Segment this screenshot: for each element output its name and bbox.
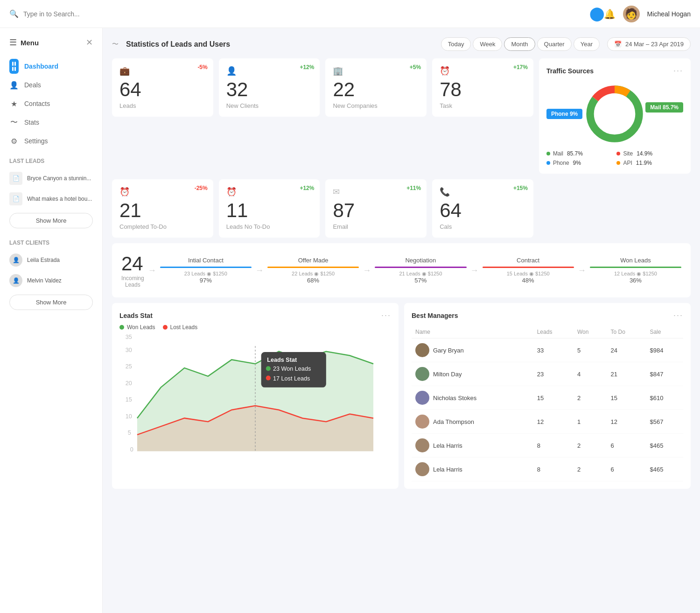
pipeline-stage-name-4: Won Leads bbox=[590, 257, 681, 264]
traffic-more-button[interactable]: ··· bbox=[673, 66, 683, 76]
pipeline-stage-name-3: Contract bbox=[483, 257, 574, 264]
stat-icon-leads: 💼 bbox=[119, 66, 206, 76]
legend-dot-mail bbox=[546, 152, 550, 155]
app-logo: ⬤ bbox=[589, 6, 604, 21]
client-item-1[interactable]: 👤 Leila Estrada bbox=[0, 250, 102, 270]
client-item-2[interactable]: 👤 Melvin Valdez bbox=[0, 270, 102, 291]
manager-name-0: Gary Bryan bbox=[433, 347, 464, 354]
legend-value-api: 11.9% bbox=[636, 160, 652, 166]
manager-todo-5: 6 bbox=[607, 458, 646, 481]
pipeline-arrow-3: → bbox=[470, 266, 479, 275]
legend-label-mail: Mail bbox=[553, 150, 563, 157]
pipeline-incoming-num: 24 bbox=[121, 253, 144, 275]
manager-sale-4: $465 bbox=[646, 434, 683, 458]
stat-value-cals: 64 bbox=[440, 201, 526, 220]
filter-tab-quarter[interactable]: Quarter bbox=[537, 37, 572, 51]
sidebar-item-stats[interactable]: 〜 Stats bbox=[0, 113, 102, 132]
close-icon[interactable]: ✕ bbox=[86, 37, 93, 48]
manager-name-cell-1: Milton Day bbox=[412, 362, 533, 386]
deals-icon: 👤 bbox=[9, 80, 19, 90]
stat-card-cals: +15% 📞 64 Cals bbox=[432, 179, 533, 238]
manager-sale-1: $847 bbox=[646, 362, 683, 386]
manager-won-0: 5 bbox=[574, 338, 607, 362]
stat-label-leads: Leads bbox=[119, 102, 206, 109]
manager-name-cell-4: Lela Harris bbox=[412, 434, 533, 458]
pipeline-stage-negotiation: Negotiation 21 Leads ◉ $1250 57% bbox=[375, 257, 466, 284]
legend-dot-won bbox=[119, 325, 124, 330]
last-clients-title: Last Clients bbox=[0, 232, 102, 250]
sidebar-item-settings[interactable]: ⚙ Settings bbox=[0, 132, 102, 150]
lead-item-2[interactable]: 📄 What makes a hotel bou... bbox=[0, 189, 102, 209]
settings-icon: ⚙ bbox=[9, 136, 19, 146]
pipeline-incoming-label: IncomingLeads bbox=[121, 275, 144, 288]
svg-text:10: 10 bbox=[126, 413, 132, 420]
pipeline-bar-1 bbox=[267, 267, 359, 268]
legend-value-mail: 85.7% bbox=[567, 150, 583, 157]
sidebar-item-label-stats: Stats bbox=[24, 119, 39, 126]
manager-todo-0: 24 bbox=[607, 338, 646, 362]
filter-tab-week[interactable]: Week bbox=[473, 37, 502, 51]
search-icon: 🔍 bbox=[9, 9, 19, 18]
sidebar-item-label-dashboard: Dashboard bbox=[24, 63, 58, 70]
show-more-clients-button[interactable]: Show More bbox=[9, 295, 93, 310]
svg-text:15: 15 bbox=[126, 396, 132, 403]
manager-name-cell-2: Nicholas Stokes bbox=[412, 386, 533, 410]
sidebar-item-deals[interactable]: 👤 Deals bbox=[0, 76, 102, 94]
contacts-icon: ★ bbox=[9, 99, 19, 108]
lead-icon-2: 📄 bbox=[9, 192, 22, 205]
stat-label-email: Email bbox=[333, 223, 419, 230]
pipeline-arrow-4: → bbox=[578, 266, 586, 275]
user-name: Micheal Hogan bbox=[647, 10, 691, 18]
pipeline-stage-pct-0: 97% bbox=[160, 277, 252, 284]
leads-chart-svg: 0 5 10 15 20 25 30 35 bbox=[119, 334, 391, 452]
client-avatar-1: 👤 bbox=[9, 254, 22, 267]
pipeline-row: 24 IncomingLeads → Intial Contact 23 Lea… bbox=[121, 253, 681, 288]
stat-badge-leads: -5% bbox=[197, 64, 207, 70]
legend-dot-api bbox=[616, 161, 620, 165]
table-row: Ada Thompson 12 1 12 $567 bbox=[412, 410, 683, 434]
managers-table: Name Leads Won To Do Sale Gary Bryan 33 bbox=[412, 326, 683, 481]
manager-avatar-3 bbox=[415, 415, 429, 429]
manager-won-4: 2 bbox=[574, 434, 607, 458]
manager-avatar-2 bbox=[415, 391, 429, 405]
filter-tab-month[interactable]: Month bbox=[504, 37, 535, 51]
sidebar-menu-header: ☰ Menu ✕ bbox=[0, 37, 102, 57]
stat-card-completed-todo: -25% ⏰ 21 Completed To-Do bbox=[112, 179, 213, 238]
stats-header: 〜 Statistics of Leads and Users Today We… bbox=[112, 37, 691, 51]
manager-won-2: 2 bbox=[574, 386, 607, 410]
managers-more-button[interactable]: ··· bbox=[673, 310, 683, 320]
sidebar-item-dashboard[interactable]: Dashboard bbox=[0, 57, 102, 76]
manager-info-3: Ada Thompson bbox=[415, 415, 530, 429]
date-range-text: 24 Mar – 23 Apr 2019 bbox=[625, 41, 684, 48]
lead-text-2: What makes a hotel bou... bbox=[27, 196, 92, 202]
show-more-leads-button[interactable]: Show More bbox=[9, 213, 93, 228]
last-leads-title: Last Leads bbox=[0, 150, 102, 168]
chart-more-button[interactable]: ··· bbox=[381, 310, 391, 320]
pipeline-stage-name-1: Offer Made bbox=[267, 257, 359, 264]
filter-tab-year[interactable]: Year bbox=[574, 37, 600, 51]
best-managers-card: Best Managers ··· Name Leads Won To Do S… bbox=[404, 303, 691, 489]
lead-item-1[interactable]: 📄 Bryce Canyon a stunnin... bbox=[0, 168, 102, 189]
manager-leads-1: 23 bbox=[533, 362, 574, 386]
date-range[interactable]: 📅 24 Mar – 23 Apr 2019 bbox=[607, 37, 691, 51]
manager-leads-5: 8 bbox=[533, 458, 574, 481]
legend-label-phone: Phone bbox=[553, 160, 569, 166]
menu-label: Menu bbox=[21, 39, 39, 47]
sidebar-item-contacts[interactable]: ★ Contacts bbox=[0, 94, 102, 113]
pipeline-stage-name-0: Intial Contact bbox=[160, 257, 252, 264]
topbar-right: 🔔 🧑 Micheal Hogan bbox=[604, 6, 691, 22]
stat-label-new-companies: New Companies bbox=[333, 102, 419, 109]
stat-badge-cals: +15% bbox=[513, 185, 528, 191]
notification-icon[interactable]: 🔔 bbox=[604, 8, 616, 20]
stat-label-new-clients: New Clients bbox=[226, 102, 313, 109]
pipeline-bar-3 bbox=[483, 267, 574, 268]
chart-card-header: Leads Stat ··· bbox=[119, 310, 391, 320]
filter-tab-today[interactable]: Today bbox=[441, 37, 471, 51]
manager-leads-4: 8 bbox=[533, 434, 574, 458]
search-input[interactable] bbox=[23, 10, 117, 18]
legend-won-leads: Won Leads bbox=[119, 324, 155, 331]
manager-name-cell-0: Gary Bryan bbox=[412, 338, 533, 362]
stat-badge-task: +17% bbox=[513, 64, 528, 70]
stat-card-task: +17% ⏰ 78 Task bbox=[432, 58, 533, 117]
manager-info-5: Lela Harris bbox=[415, 462, 530, 476]
